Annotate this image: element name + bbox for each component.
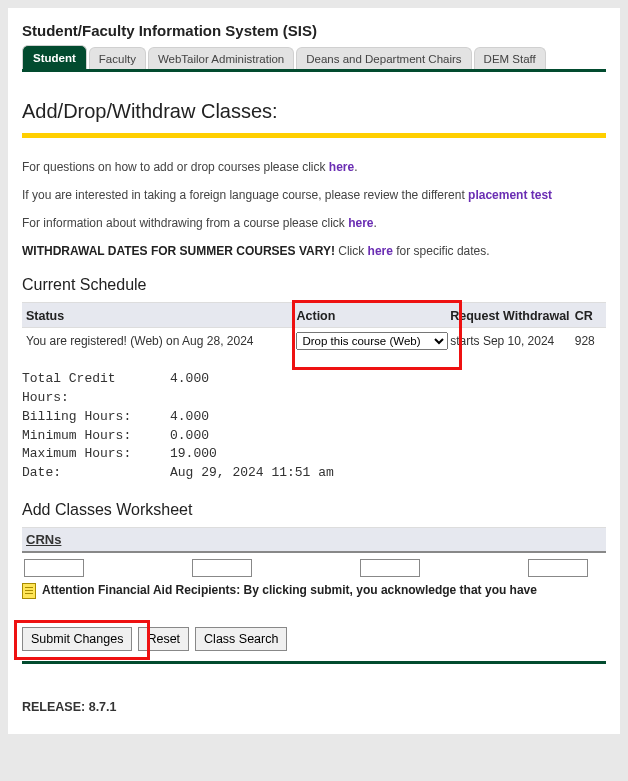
info-text: For information about withdrawing from a…	[22, 216, 348, 230]
submit-highlight: Submit Changes	[22, 627, 132, 651]
tab-faculty[interactable]: Faculty	[89, 47, 146, 69]
note-icon	[22, 583, 36, 599]
max-hours-value: 19.000	[170, 445, 217, 464]
col-cr: CR	[575, 309, 602, 323]
green-rule	[22, 661, 606, 664]
schedule-header-row: Status Action Request Withdrawal CR	[22, 302, 606, 328]
date-label: Date:	[22, 464, 170, 483]
tabs: Student Faculty WebTailor Administration…	[22, 45, 606, 72]
yellow-rule	[22, 133, 606, 138]
total-hours-label: Total Credit Hours:	[22, 370, 170, 408]
info-line-3: For information about withdrawing from a…	[22, 216, 606, 230]
link-here-withdraw[interactable]: here	[348, 216, 373, 230]
request-cell: starts Sep 10, 2024	[450, 334, 575, 348]
info-text: .	[354, 160, 357, 174]
col-action: Action	[296, 309, 450, 323]
crn-inputs	[22, 553, 606, 581]
min-hours-value: 0.000	[170, 427, 209, 446]
submit-changes-button[interactable]: Submit Changes	[22, 627, 132, 651]
info-text: If you are interested in taking a foreig…	[22, 188, 468, 202]
attention-text: Attention Financial Aid Recipients: By c…	[42, 583, 537, 597]
tab-deans[interactable]: Deans and Department Chairs	[296, 47, 471, 69]
link-here-add-drop[interactable]: here	[329, 160, 354, 174]
total-hours-value: 4.000	[170, 370, 209, 408]
attention-row: Attention Financial Aid Recipients: By c…	[22, 583, 606, 599]
withdrawal-warning: WITHDRAWAL DATES FOR SUMMER COURSES VARY…	[22, 244, 335, 258]
worksheet-heading: Add Classes Worksheet	[22, 501, 606, 519]
crns-header: CRNs	[22, 527, 606, 553]
billing-hours-value: 4.000	[170, 408, 209, 427]
crn-input-2[interactable]	[192, 559, 252, 577]
crn-input-4[interactable]	[528, 559, 588, 577]
link-here-dates[interactable]: here	[368, 244, 393, 258]
button-row: Submit Changes Reset Class Search	[22, 627, 606, 651]
page-heading: Add/Drop/Withdraw Classes:	[22, 100, 606, 123]
tab-student[interactable]: Student	[22, 45, 87, 69]
action-select[interactable]: Drop this course (Web)	[296, 332, 448, 350]
hours-block: Total Credit Hours:4.000 Billing Hours:4…	[22, 370, 606, 483]
class-search-button[interactable]: Class Search	[195, 627, 287, 651]
info-line-4: WITHDRAWAL DATES FOR SUMMER COURSES VARY…	[22, 244, 606, 258]
info-text: for specific dates.	[393, 244, 490, 258]
info-line-1: For questions on how to add or drop cour…	[22, 160, 606, 174]
col-status: Status	[26, 309, 296, 323]
current-schedule-heading: Current Schedule	[22, 276, 606, 294]
tab-webtailor[interactable]: WebTailor Administration	[148, 47, 294, 69]
crn-input-1[interactable]	[24, 559, 84, 577]
cr-cell: 928	[575, 334, 602, 348]
link-placement-test[interactable]: placement test	[468, 188, 552, 202]
action-cell: Drop this course (Web)	[296, 332, 450, 350]
tab-dem-staff[interactable]: DEM Staff	[474, 47, 546, 69]
schedule-row: You are registered! (Web) on Aug 28, 202…	[22, 328, 606, 354]
billing-hours-label: Billing Hours:	[22, 408, 170, 427]
reset-button[interactable]: Reset	[138, 627, 189, 651]
date-value: Aug 29, 2024 11:51 am	[170, 464, 334, 483]
sis-title: Student/Faculty Information System (SIS)	[22, 22, 606, 39]
status-cell: You are registered! (Web) on Aug 28, 202…	[26, 334, 296, 348]
info-line-2: If you are interested in taking a foreig…	[22, 188, 606, 202]
max-hours-label: Maximum Hours:	[22, 445, 170, 464]
col-request: Request Withdrawal	[450, 309, 575, 323]
info-text: .	[374, 216, 377, 230]
release-label: RELEASE: 8.7.1	[22, 700, 606, 714]
info-text: Click	[335, 244, 368, 258]
crn-input-3[interactable]	[360, 559, 420, 577]
min-hours-label: Minimum Hours:	[22, 427, 170, 446]
info-text: For questions on how to add or drop cour…	[22, 160, 329, 174]
